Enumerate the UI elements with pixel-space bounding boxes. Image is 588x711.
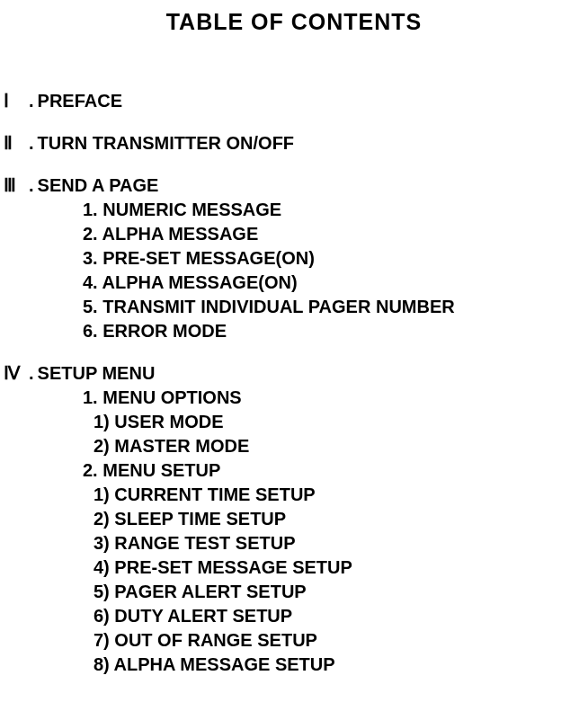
- section-roman-numeral: Ⅱ: [4, 131, 29, 156]
- subsubitem-label: CURRENT TIME SETUP: [114, 484, 315, 504]
- section-separator: .: [29, 173, 34, 198]
- subitem-label: ERROR MODE: [102, 321, 227, 341]
- subitem-number: 3.: [83, 248, 102, 268]
- subsubitem-number: 1): [94, 484, 114, 504]
- section-roman-numeral: Ⅲ: [4, 173, 29, 198]
- subitem-label: MENU SETUP: [102, 460, 220, 480]
- toc-subsubitem-line: 1) USER MODE: [94, 410, 588, 434]
- toc-section-heading: Ⅰ. PREFACE: [4, 89, 588, 113]
- subsubitem-number: 3): [94, 533, 114, 553]
- section-roman-numeral: Ⅰ: [4, 89, 29, 113]
- toc-subitem-line: 3. PRE-SET MESSAGE(ON): [83, 246, 588, 271]
- toc-subsubitem: 3) RANGE TEST SETUP: [4, 531, 588, 555]
- section-label: PREFACE: [38, 89, 122, 113]
- toc-section: Ⅳ. SETUP MENU1. MENU OPTIONS1) USER MODE…: [4, 361, 588, 677]
- subsubitem-label: ALPHA MESSAGE SETUP: [114, 654, 335, 674]
- toc-subitem-line: 2. ALPHA MESSAGE: [83, 222, 588, 246]
- toc-subitem: 6. ERROR MODE: [4, 319, 588, 343]
- toc-subsubitem-line: 1) CURRENT TIME SETUP: [94, 483, 588, 507]
- subsubitem-number: 8): [94, 654, 114, 674]
- subsubitem-number: 2): [94, 509, 114, 529]
- section-separator: .: [29, 361, 34, 386]
- toc-subsubitem-line: 6) DUTY ALERT SETUP: [94, 604, 588, 628]
- subitem-label: PRE-SET MESSAGE(ON): [102, 248, 315, 268]
- toc-subitem: 1. NUMERIC MESSAGE: [4, 198, 588, 222]
- toc-subitem-line: 1. MENU OPTIONS: [83, 386, 588, 410]
- subitem-number: 1.: [83, 200, 102, 219]
- table-of-contents: Ⅰ. PREFACEⅡ. TURN TRANSMITTER ON/OFFⅢ. S…: [0, 89, 588, 677]
- subsubitem-number: 1): [94, 412, 114, 431]
- subsubitem-number: 5): [94, 582, 114, 601]
- subitem-number: 5.: [83, 297, 102, 316]
- subitem-label: TRANSMIT INDIVIDUAL PAGER NUMBER: [102, 297, 454, 316]
- subitem-label: NUMERIC MESSAGE: [102, 200, 281, 219]
- subitem-number: 1.: [83, 387, 102, 407]
- toc-subsubitem-line: 2) SLEEP TIME SETUP: [94, 507, 588, 531]
- subsubitem-number: 6): [94, 606, 114, 626]
- toc-subitem-line: 5. TRANSMIT INDIVIDUAL PAGER NUMBER: [83, 295, 588, 319]
- section-separator: .: [29, 131, 34, 156]
- toc-subitem: 3. PRE-SET MESSAGE(ON): [4, 246, 588, 271]
- toc-subsubitem-line: 7) OUT OF RANGE SETUP: [94, 628, 588, 653]
- subitem-label: ALPHA MESSAGE: [102, 224, 259, 244]
- section-label: SETUP MENU: [38, 361, 156, 386]
- toc-subitem: 4. ALPHA MESSAGE(ON): [4, 271, 588, 295]
- subitem-number: 4.: [83, 272, 102, 292]
- toc-section-heading: Ⅲ. SEND A PAGE: [4, 173, 588, 198]
- toc-subitem: 5. TRANSMIT INDIVIDUAL PAGER NUMBER: [4, 295, 588, 319]
- toc-subsubitem: 6) DUTY ALERT SETUP: [4, 604, 588, 628]
- subitem-number: 2.: [83, 460, 102, 480]
- section-label: TURN TRANSMITTER ON/OFF: [38, 131, 295, 156]
- toc-subsubitem-line: 8) ALPHA MESSAGE SETUP: [94, 653, 588, 677]
- page-title: TABLE OF CONTENTS: [0, 9, 588, 35]
- toc-subsubitem-line: 4) PRE-SET MESSAGE SETUP: [94, 555, 588, 580]
- subsubitem-number: 2): [94, 436, 114, 456]
- toc-subsubitem: 4) PRE-SET MESSAGE SETUP: [4, 555, 588, 580]
- subitem-number: 2.: [83, 224, 102, 244]
- toc-subsubitem: 8) ALPHA MESSAGE SETUP: [4, 653, 588, 677]
- toc-section: Ⅱ. TURN TRANSMITTER ON/OFF: [4, 131, 588, 156]
- subitem-label: MENU OPTIONS: [102, 387, 241, 407]
- toc-subsubitem-line: 3) RANGE TEST SETUP: [94, 531, 588, 555]
- subsubitem-label: PAGER ALERT SETUP: [114, 582, 306, 601]
- toc-section: Ⅰ. PREFACE: [4, 89, 588, 113]
- toc-subitem-line: 1. NUMERIC MESSAGE: [83, 198, 588, 222]
- toc-section-heading: Ⅳ. SETUP MENU: [4, 361, 588, 386]
- toc-subsubitem: 1) CURRENT TIME SETUP: [4, 483, 588, 507]
- subitem-label: ALPHA MESSAGE(ON): [102, 272, 298, 292]
- subsubitem-label: MASTER MODE: [114, 436, 249, 456]
- subsubitem-label: PRE-SET MESSAGE SETUP: [114, 557, 352, 577]
- subsubitem-label: OUT OF RANGE SETUP: [114, 630, 317, 650]
- toc-section-heading: Ⅱ. TURN TRANSMITTER ON/OFF: [4, 131, 588, 156]
- section-label: SEND A PAGE: [38, 173, 159, 198]
- section-roman-numeral: Ⅳ: [4, 361, 29, 386]
- subsubitem-label: USER MODE: [114, 412, 223, 431]
- subitem-number: 6.: [83, 321, 102, 341]
- subsubitem-label: DUTY ALERT SETUP: [114, 606, 292, 626]
- toc-subsubitem: 2) MASTER MODE: [4, 434, 588, 458]
- subsubitem-number: 7): [94, 630, 114, 650]
- subsubitem-label: SLEEP TIME SETUP: [114, 509, 286, 529]
- toc-subitem: 2. ALPHA MESSAGE: [4, 222, 588, 246]
- toc-subsubitem: 1) USER MODE: [4, 410, 588, 434]
- toc-subitem-line: 2. MENU SETUP: [83, 458, 588, 483]
- toc-subitem-line: 6. ERROR MODE: [83, 319, 588, 343]
- section-separator: .: [29, 89, 34, 113]
- toc-subsubitem-line: 5) PAGER ALERT SETUP: [94, 580, 588, 604]
- toc-section: Ⅲ. SEND A PAGE1. NUMERIC MESSAGE2. ALPHA…: [4, 173, 588, 343]
- toc-subitem-line: 4. ALPHA MESSAGE(ON): [83, 271, 588, 295]
- toc-subsubitem: 7) OUT OF RANGE SETUP: [4, 628, 588, 653]
- toc-subsubitem-line: 2) MASTER MODE: [94, 434, 588, 458]
- subsubitem-label: RANGE TEST SETUP: [114, 533, 295, 553]
- toc-subitem: 2. MENU SETUP: [4, 458, 588, 483]
- subsubitem-number: 4): [94, 557, 114, 577]
- toc-subitem: 1. MENU OPTIONS: [4, 386, 588, 410]
- toc-subsubitem: 5) PAGER ALERT SETUP: [4, 580, 588, 604]
- toc-subsubitem: 2) SLEEP TIME SETUP: [4, 507, 588, 531]
